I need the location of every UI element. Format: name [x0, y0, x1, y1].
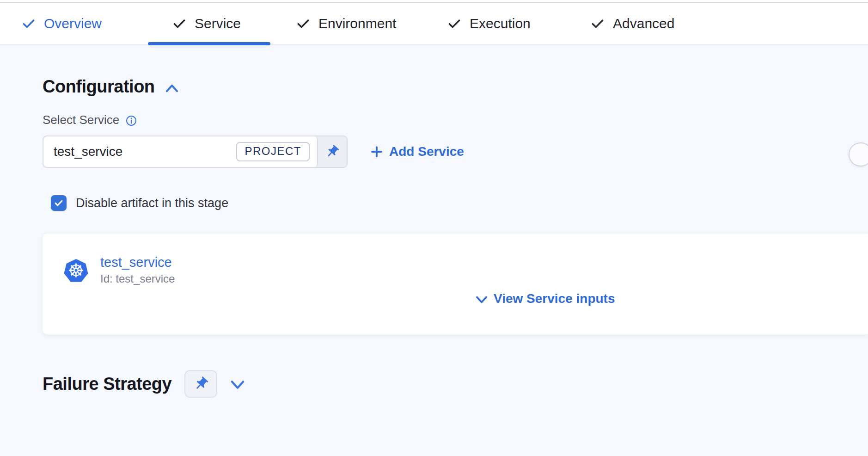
- edge-nav-button[interactable]: [849, 142, 868, 166]
- tab-label: Service: [195, 16, 241, 31]
- scope-badge: PROJECT: [236, 142, 310, 161]
- view-service-inputs-label: View Service inputs: [494, 291, 615, 306]
- add-service-button[interactable]: Add Service: [370, 140, 464, 163]
- check-icon: [54, 198, 64, 208]
- disable-artifact-label: Disable artifact in this stage: [76, 196, 228, 210]
- failure-strategy-title: Failure Strategy: [43, 374, 171, 394]
- pin-icon: [193, 376, 209, 392]
- info-icon[interactable]: [126, 115, 137, 126]
- plus-icon: [370, 145, 384, 159]
- pin-icon: [325, 144, 340, 159]
- stage-config-page: Overview Service Environment Execution A…: [0, 0, 868, 456]
- check-icon: [296, 16, 311, 31]
- select-service-label: Select Service: [43, 113, 119, 127]
- configuration-section-header: Configuration: [43, 77, 179, 97]
- disable-artifact-checkbox[interactable]: [51, 195, 67, 211]
- active-tab-indicator: [148, 42, 270, 45]
- tab-label: Overview: [44, 16, 102, 31]
- selected-service-value: test_service: [54, 144, 122, 159]
- service-card: ☸ test_service Id: test_service View Ser…: [43, 234, 868, 334]
- tab-label: Advanced: [613, 16, 674, 31]
- tab-label: Environment: [318, 16, 396, 31]
- tab-overview[interactable]: Overview: [21, 3, 102, 44]
- kubernetes-icon: ☸: [64, 259, 88, 283]
- failure-strategy-header: Failure Strategy: [43, 370, 245, 398]
- failure-strategy-pin-button[interactable]: [184, 370, 217, 398]
- tab-environment[interactable]: Environment: [296, 3, 396, 44]
- tab-execution[interactable]: Execution: [447, 3, 531, 44]
- service-id-text: Id: test_service: [100, 272, 175, 285]
- disable-artifact-row[interactable]: Disable artifact in this stage: [51, 195, 228, 211]
- pin-service-button[interactable]: [318, 136, 347, 167]
- service-select-control[interactable]: test_service PROJECT: [43, 136, 348, 168]
- check-icon: [447, 16, 462, 31]
- configuration-title: Configuration: [43, 77, 155, 97]
- chevron-down-icon[interactable]: [230, 379, 245, 390]
- tab-service[interactable]: Service: [172, 3, 241, 44]
- tab-label: Execution: [470, 16, 531, 31]
- check-icon: [172, 16, 187, 31]
- select-service-label-row: Select Service: [43, 113, 137, 127]
- service-select-value-area[interactable]: test_service PROJECT: [43, 136, 318, 167]
- stage-tabbar: Overview Service Environment Execution A…: [0, 3, 868, 45]
- check-icon: [590, 16, 605, 31]
- tab-advanced[interactable]: Advanced: [590, 3, 674, 44]
- chevron-up-icon[interactable]: [165, 83, 179, 93]
- add-service-label: Add Service: [389, 144, 464, 159]
- service-name-link[interactable]: test_service: [100, 255, 172, 270]
- check-icon: [21, 16, 36, 31]
- view-service-inputs-button[interactable]: View Service inputs: [475, 291, 615, 306]
- chevron-down-icon: [475, 295, 488, 304]
